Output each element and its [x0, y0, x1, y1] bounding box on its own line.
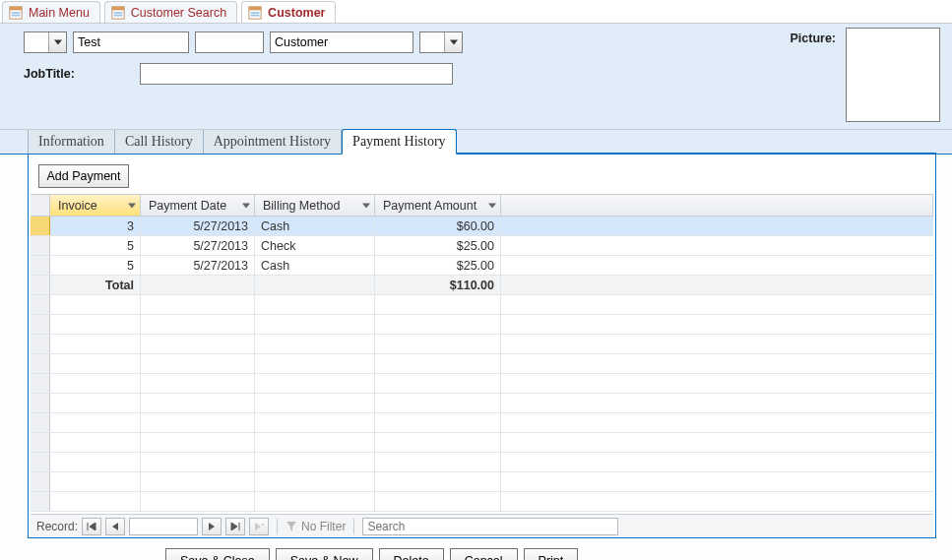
print-button[interactable]: Print	[524, 548, 579, 560]
prev-icon	[111, 523, 119, 530]
col-header-payment-date-label: Payment Date	[149, 199, 226, 213]
subtab-call-history[interactable]: Call History	[115, 129, 204, 154]
nav-last-button[interactable]	[225, 518, 245, 535]
record-number-input[interactable]	[129, 518, 198, 535]
grid-header: Invoice Payment Date Billing Method Paym…	[31, 195, 933, 217]
blank-row	[31, 413, 933, 433]
nav-next-button[interactable]	[202, 518, 222, 535]
title-combo-input[interactable]	[25, 32, 48, 52]
chevron-down-icon	[488, 202, 496, 210]
cell-billing-method[interactable]: Cash	[255, 256, 375, 275]
col-header-billing-method-label: Billing Method	[263, 199, 341, 213]
blank-row	[31, 295, 933, 315]
add-payment-button[interactable]: Add Payment	[38, 164, 129, 188]
form-footer: Save & Close Save & New Delete Cancel Pr…	[0, 538, 952, 560]
subtab-payment-history[interactable]: Payment History	[342, 129, 457, 155]
col-header-payment-date[interactable]: Payment Date	[141, 195, 255, 216]
col-header-invoice[interactable]: Invoice	[50, 195, 141, 216]
col-header-blank	[501, 195, 933, 216]
cell-payment-date[interactable]: 5/27/2013	[141, 256, 255, 275]
form-icon	[111, 6, 125, 20]
nav-first-button[interactable]	[82, 518, 101, 535]
tab-customer-search-label: Customer Search	[131, 6, 226, 20]
cell-billing-method[interactable]: Check	[255, 236, 375, 255]
table-row[interactable]: 3 5/27/2013 Cash $60.00	[31, 217, 933, 236]
total-amount: $110.00	[375, 276, 501, 294]
col-header-billing-method[interactable]: Billing Method	[255, 195, 375, 216]
table-row[interactable]: 5 5/27/2013 Cash $25.00	[31, 256, 933, 276]
tab-customer-label: Customer	[268, 6, 325, 20]
title-combo[interactable]	[24, 31, 67, 53]
svg-rect-6	[113, 12, 122, 14]
table-row[interactable]: 5 5/27/2013 Check $25.00	[31, 236, 933, 256]
chevron-down-icon[interactable]	[48, 32, 66, 52]
subtab-information[interactable]: Information	[28, 129, 115, 154]
row-selector	[31, 276, 50, 294]
subtab-appointment-history[interactable]: Appointment History	[204, 129, 342, 154]
suffix-combo-input[interactable]	[420, 32, 444, 52]
delete-button[interactable]: Delete	[379, 548, 444, 560]
subtab-bar: Information Call History Appointment His…	[0, 129, 952, 155]
job-title-label: JobTitle:	[24, 67, 75, 81]
first-name-input[interactable]	[73, 31, 189, 53]
chevron-down-icon[interactable]	[444, 32, 462, 52]
blank-row	[31, 472, 933, 492]
payment-history-pane: Add Payment Invoice Payment Date Billing…	[28, 155, 936, 538]
filter-icon	[286, 521, 297, 532]
tab-main-menu[interactable]: Main Menu	[2, 1, 100, 23]
save-close-button[interactable]: Save & Close	[165, 548, 270, 560]
blank-row	[31, 335, 933, 354]
chevron-down-icon	[242, 202, 250, 210]
tab-customer[interactable]: Customer	[241, 1, 336, 23]
blank-row	[31, 394, 933, 413]
record-label: Record:	[36, 520, 78, 533]
form-icon	[9, 6, 23, 20]
blank-row	[31, 492, 933, 512]
grid-body: 3 5/27/2013 Cash $60.00 5 5/27/2013 Chec…	[31, 217, 933, 514]
cell-invoice[interactable]: 5	[50, 256, 141, 275]
svg-rect-5	[112, 6, 124, 10]
record-navigator: Record: No Filter	[31, 514, 933, 537]
cell-payment-amount[interactable]: $25.00	[375, 236, 501, 255]
picture-box[interactable]	[846, 28, 940, 122]
row-selector[interactable]	[31, 256, 50, 275]
save-new-button[interactable]: Save & New	[276, 548, 373, 560]
row-selector-header[interactable]	[31, 195, 50, 216]
first-icon	[87, 523, 96, 530]
tab-customer-search[interactable]: Customer Search	[104, 1, 237, 23]
cell-payment-date[interactable]: 5/27/2013	[141, 217, 255, 235]
cancel-button[interactable]: Cancel	[450, 548, 518, 560]
middle-name-input[interactable]	[195, 31, 264, 53]
cell-invoice[interactable]: 3	[50, 217, 141, 235]
blank-row	[31, 374, 933, 394]
new-record-icon	[254, 523, 264, 530]
job-title-input[interactable]	[140, 63, 453, 85]
svg-rect-7	[113, 14, 122, 16]
search-input[interactable]	[362, 518, 618, 535]
cell-payment-amount[interactable]: $25.00	[375, 256, 501, 275]
form-icon	[248, 6, 262, 20]
no-filter-indicator[interactable]: No Filter	[286, 520, 346, 533]
chevron-down-icon	[128, 202, 136, 210]
blank-row	[31, 433, 933, 453]
nav-prev-button[interactable]	[105, 518, 125, 535]
picture-label: Picture:	[790, 31, 836, 45]
chevron-down-icon	[362, 202, 370, 210]
col-header-invoice-label: Invoice	[58, 199, 97, 213]
cell-billing-method[interactable]: Cash	[255, 217, 375, 235]
row-selector[interactable]	[31, 217, 50, 235]
customer-header: JobTitle: Picture:	[0, 24, 952, 130]
blank-row	[31, 453, 933, 472]
cell-payment-date[interactable]: 5/27/2013	[141, 236, 255, 255]
suffix-combo[interactable]	[419, 31, 463, 53]
last-name-input[interactable]	[270, 31, 413, 53]
next-icon	[208, 523, 216, 530]
cell-invoice[interactable]: 5	[50, 236, 141, 255]
cell-payment-amount[interactable]: $60.00	[375, 217, 501, 235]
svg-rect-2	[12, 12, 21, 14]
nav-new-button[interactable]	[249, 518, 269, 535]
col-header-payment-amount[interactable]: Payment Amount	[375, 195, 501, 216]
col-header-payment-amount-label: Payment Amount	[383, 199, 476, 213]
last-icon	[230, 523, 240, 530]
row-selector[interactable]	[31, 236, 50, 255]
